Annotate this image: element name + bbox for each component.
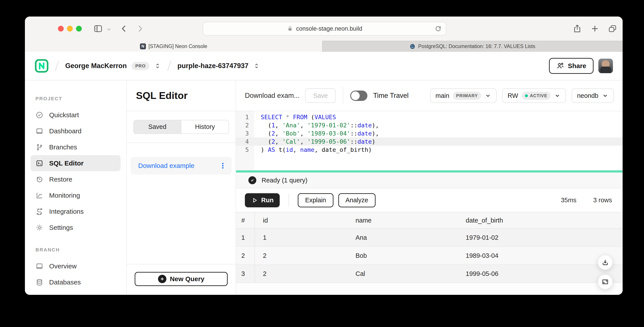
new-tab-icon[interactable] — [590, 24, 600, 34]
gear-icon — [36, 224, 44, 232]
check-circle-icon — [36, 111, 44, 119]
expand-results-button[interactable] — [598, 274, 612, 289]
close-window-button[interactable] — [58, 26, 64, 32]
git-branch-icon — [36, 143, 44, 151]
sql-code-editor[interactable]: 1SELECT * FROM (VALUES2 (1, 'Ana', '1979… — [236, 111, 622, 170]
editor-resize-handle[interactable] — [236, 170, 622, 172]
query-name-label[interactable]: Download exam... — [245, 92, 300, 100]
sidebar-item-quickstart[interactable]: Quickstart — [31, 107, 120, 123]
plan-badge: PRO — [132, 62, 150, 70]
tab-overview-icon[interactable] — [608, 24, 617, 34]
sidebar-item-label: Monitoring — [49, 192, 80, 199]
sidebar-item-tables[interactable]: Tables — [31, 290, 120, 295]
integrations-icon — [36, 208, 44, 216]
saved-history-segmented-control: Saved History — [133, 120, 229, 134]
breadcrumb-divider — [55, 61, 59, 71]
neon-console-app: George MacKerron PRO purple-haze-6374793… — [25, 52, 622, 295]
code-line[interactable]: 4 (2, 'Cal', '1999-05-06'::date) — [236, 138, 622, 146]
new-query-label: New Query — [170, 275, 204, 283]
sidebar-item-label: Settings — [49, 224, 73, 231]
code-line[interactable]: 2 (1, 'Ana', '1979-01-02'::date), — [236, 121, 622, 129]
run-button-label: Run — [261, 196, 274, 204]
line-number: 5 — [236, 146, 254, 154]
sidebar-item-sql-editor[interactable]: SQL Editor — [31, 155, 120, 171]
sidebar-section-label: BRANCH — [36, 247, 126, 253]
sidebar-item-databases[interactable]: Databases — [31, 274, 120, 290]
share-button[interactable]: Share — [549, 58, 594, 74]
zoom-window-button[interactable] — [76, 26, 82, 32]
analyze-button[interactable]: Analyze — [338, 193, 376, 207]
sidebar-item-label: Dashboard — [49, 127, 82, 135]
time-travel-label: Time Travel — [373, 92, 408, 100]
window-icon — [36, 262, 44, 270]
sidebar-item-settings[interactable]: Settings — [31, 220, 120, 236]
history-icon — [36, 176, 44, 183]
project-selector-icon[interactable] — [253, 62, 260, 69]
sidebar-item-integrations[interactable]: Integrations — [31, 204, 120, 220]
sidebar-item-monitoring[interactable]: Monitoring — [31, 187, 120, 204]
column-header--: # — [236, 212, 255, 228]
tab-history[interactable]: History — [181, 120, 228, 134]
code-line[interactable]: 1SELECT * FROM (VALUES — [236, 113, 622, 121]
save-button[interactable]: Save — [305, 88, 336, 103]
compute-select[interactable]: RW ACTIVE — [502, 88, 566, 103]
org-selector-icon[interactable] — [154, 62, 161, 69]
run-button[interactable]: Run — [245, 193, 280, 207]
new-query-button[interactable]: New Query — [135, 272, 228, 286]
table-cell: 1979-01-02 — [458, 229, 622, 246]
tab-postgres-docs[interactable]: PostgreSQL: Documentation: 16: 7.7. VALU… — [322, 41, 622, 52]
table-cell: 3 — [236, 265, 255, 282]
browser-tab-bar: N [STAGING] Neon Console PostgreSQL: Doc… — [25, 41, 622, 52]
download-results-button[interactable] — [598, 255, 612, 270]
queries-panel-header: SQL Editor — [127, 80, 236, 111]
sidebar-toggle-icon[interactable] — [93, 24, 103, 34]
time-travel-toggle[interactable] — [350, 90, 368, 101]
sidebar-item-label: Databases — [49, 278, 81, 286]
sidebar-item-label: Restore — [49, 176, 72, 183]
chevron-down-icon[interactable] — [106, 26, 112, 32]
toggle-knob — [351, 92, 360, 100]
table-cell: 1 — [255, 229, 348, 246]
code-line[interactable]: 3 (2, 'Bob', '1989-03-04'::date), — [236, 129, 622, 138]
lock-icon — [287, 25, 293, 32]
table-cell: Cal — [348, 265, 458, 282]
user-avatar[interactable] — [598, 58, 613, 73]
back-button-icon[interactable] — [119, 24, 129, 34]
sidebar-nav: PROJECTQuickstartDashboardBranchesSQL Ed… — [25, 80, 127, 295]
database-select[interactable]: neondb — [572, 88, 614, 103]
forward-button-icon[interactable] — [135, 24, 145, 34]
branch-select[interactable]: main PRIMARY — [430, 88, 496, 103]
kebab-menu-icon[interactable] — [219, 162, 227, 170]
project-name[interactable]: purple-haze-63747937 — [178, 62, 248, 70]
tab-neon-console[interactable]: N [STAGING] Neon Console — [25, 41, 322, 52]
explain-button[interactable]: Explain — [298, 193, 333, 207]
sidebar-item-overview[interactable]: Overview — [31, 258, 120, 274]
sidebar-item-restore[interactable]: Restore — [31, 171, 120, 187]
window-icon — [36, 127, 44, 135]
query-status-bar: Ready (1 query) — [236, 172, 622, 188]
url-text: console-stage.neon.build — [296, 25, 362, 32]
tab-saved[interactable]: Saved — [134, 120, 181, 134]
neon-logo-icon[interactable] — [34, 59, 49, 73]
reload-icon[interactable] — [434, 25, 442, 32]
table-cell: 2 — [236, 247, 255, 264]
save-button-label: Save — [313, 92, 328, 100]
org-name[interactable]: George MacKerron — [65, 62, 127, 70]
share-page-icon[interactable] — [572, 24, 582, 34]
table-cell: Bob — [348, 247, 458, 264]
chevron-down-icon — [485, 92, 491, 99]
check-circle-icon — [248, 176, 256, 184]
sidebar-item-dashboard[interactable]: Dashboard — [31, 123, 120, 139]
saved-query-item[interactable]: Download example — [131, 157, 232, 174]
results-table: #idnamedate_of_birth11Ana1979-01-0222Bob… — [236, 212, 622, 295]
minimize-window-button[interactable] — [67, 26, 73, 32]
address-bar[interactable]: console-stage.neon.build — [203, 22, 446, 36]
plus-icon — [158, 275, 166, 283]
app-body: PROJECTQuickstartDashboardBranchesSQL Ed… — [25, 80, 622, 295]
code-line[interactable]: 5) AS t(id, name, date_of_birth) — [236, 146, 622, 154]
compute-active-badge: ACTIVE — [522, 92, 550, 100]
line-number: 3 — [236, 129, 254, 138]
sidebar-item-branches[interactable]: Branches — [31, 139, 120, 155]
table-icon — [36, 294, 44, 295]
saved-query-link[interactable]: Download example — [138, 162, 219, 170]
